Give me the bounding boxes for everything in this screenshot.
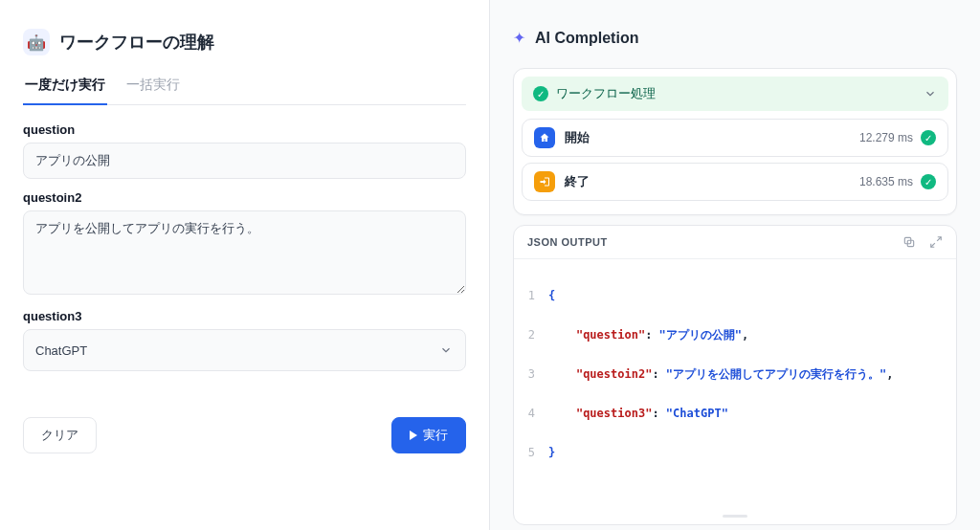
page-title: ワークフローの理解 — [59, 31, 214, 54]
check-circle-icon: ✓ — [921, 130, 936, 145]
button-row: クリア 実行 — [23, 417, 466, 453]
workflow-step[interactable]: 終了 18.635 ms ✓ — [522, 163, 948, 201]
copy-icon[interactable] — [902, 235, 916, 249]
completion-title-row: ✦ AI Completion — [513, 29, 957, 47]
step-duration: 12.279 ms — [859, 131, 913, 144]
workflow-header-label: ワークフロー処理 — [556, 85, 656, 102]
title-row: 🤖 ワークフローの理解 — [23, 29, 466, 55]
label-question3: question3 — [23, 309, 466, 323]
left-panel: 🤖 ワークフローの理解 一度だけ実行 一括実行 question questoi… — [0, 0, 490, 530]
workflow-step[interactable]: 開始 12.279 ms ✓ — [522, 119, 948, 157]
step-duration: 18.635 ms — [859, 175, 913, 188]
questoin2-textarea[interactable]: アプリを公開してアプリの実行を行う。 — [23, 210, 466, 295]
json-output: 1{ 2 "question": "アプリの公開", 3 "questoin2"… — [514, 259, 956, 509]
app-icon: 🤖 — [23, 29, 50, 55]
expand-icon[interactable] — [929, 235, 943, 249]
step-name: 終了 — [565, 173, 590, 190]
check-circle-icon: ✓ — [921, 174, 936, 189]
json-output-label: JSON OUTPUT — [527, 236, 608, 248]
tab-batch-run[interactable]: 一括実行 — [124, 77, 182, 105]
step-name: 開始 — [565, 129, 590, 146]
svg-line-3 — [931, 243, 935, 247]
right-panel: ✦ AI Completion ✓ ワークフロー処理 開始 12.279 ms … — [490, 0, 980, 530]
label-questoin2: questoin2 — [23, 190, 466, 205]
tabs: 一度だけ実行 一括実行 — [23, 77, 466, 105]
sparkle-icon: ✦ — [513, 29, 525, 47]
completion-title: AI Completion — [535, 30, 638, 47]
label-question: question — [23, 122, 466, 137]
run-button[interactable]: 実行 — [391, 417, 466, 453]
check-circle-icon: ✓ — [533, 86, 548, 101]
workflow-header[interactable]: ✓ ワークフロー処理 — [522, 77, 948, 111]
exit-icon — [534, 171, 555, 192]
svg-line-2 — [937, 237, 941, 241]
question-input[interactable] — [23, 143, 466, 179]
run-button-label: 実行 — [423, 427, 448, 444]
play-icon — [410, 431, 417, 440]
chevron-down-icon — [924, 87, 937, 100]
resize-handle[interactable] — [514, 509, 956, 524]
home-icon — [534, 127, 555, 148]
tab-run-once[interactable]: 一度だけ実行 — [23, 77, 107, 105]
workflow-card: ✓ ワークフロー処理 開始 12.279 ms ✓ — [513, 68, 957, 215]
json-output-card: JSON OUTPUT 1{ 2 "question": "アプリの公開", 3… — [513, 225, 957, 525]
question3-select[interactable]: ChatGPT — [23, 329, 466, 371]
clear-button[interactable]: クリア — [23, 417, 97, 453]
